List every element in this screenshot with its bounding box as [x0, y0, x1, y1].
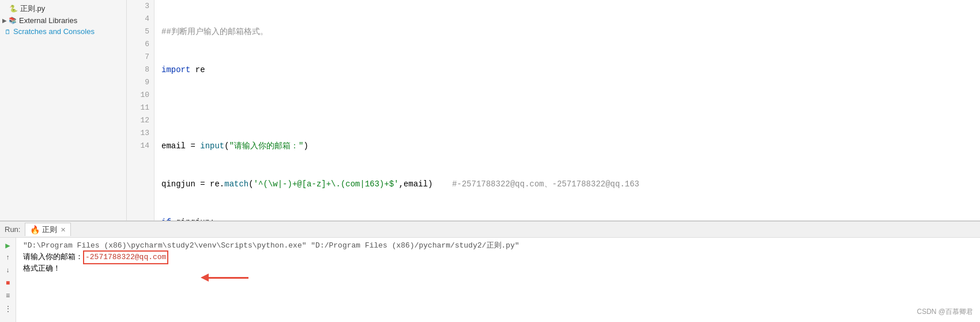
- run-stop-button[interactable]: ■: [3, 278, 13, 289]
- close-tab-icon[interactable]: ✕: [61, 226, 66, 234]
- run-wrap-button[interactable]: ≡: [3, 291, 13, 301]
- watermark: CSDN @百慕卿君: [917, 306, 973, 317]
- run-panel: Run: 🔥 正则 ✕ ▶ ↑ ↓ ■ ≡ ⋮ "D:\Program File…: [0, 221, 980, 322]
- output-result-line: 格式正确！: [23, 263, 973, 275]
- run-down-button[interactable]: ↓: [3, 265, 13, 276]
- run-output: "D:\Program Files (x86)\pycharm\study2\v…: [16, 238, 980, 322]
- line-numbers: 3 4 5 6 7 8 9 10 11 12 13 14: [127, 0, 154, 220]
- cmd-text: "D:\Program Files (x86)\pycharm\study2\v…: [23, 240, 519, 252]
- run-play-button[interactable]: ▶: [3, 240, 13, 250]
- code-line-8: if qingjun:: [161, 216, 980, 220]
- email-input-display: -2571788322@qq.com: [83, 250, 168, 264]
- output-cmd-line: "D:\Program Files (x86)\pycharm\study2\v…: [23, 240, 973, 252]
- run-label: Run:: [5, 225, 20, 234]
- sidebar-item-file[interactable]: 🐍 正则.py: [0, 2, 126, 15]
- prompt-text: 请输入你的邮箱：: [23, 252, 83, 263]
- run-controls: ▶ ↑ ↓ ■ ≡ ⋮: [0, 238, 16, 322]
- scratches-label: Scratches and Consoles: [13, 27, 95, 36]
- sidebar: 🐍 正则.py ▶ 📚 External Libraries 🗒 Scratch…: [0, 0, 127, 220]
- code-line-5: [161, 102, 980, 114]
- run-tab[interactable]: 🔥 正则 ✕: [25, 223, 71, 236]
- result-text: 格式正确！: [23, 263, 61, 275]
- arrow-body: [208, 277, 248, 279]
- code-line-3: ##判断用户输入的邮箱格式。: [161, 25, 980, 38]
- run-header: Run: 🔥 正则 ✕: [0, 222, 980, 238]
- code-line-6: email = input("请输入你的邮箱："): [161, 140, 980, 152]
- run-up-button[interactable]: ↑: [3, 253, 13, 263]
- arrow-head-icon: [201, 274, 209, 282]
- code-container[interactable]: 3 4 5 6 7 8 9 10 11 12 13 14 ##判断用户输入的邮箱…: [127, 0, 980, 220]
- file-label: 正则.py: [20, 3, 45, 14]
- library-icon: 📚: [9, 17, 17, 24]
- fire-icon: 🔥: [30, 225, 40, 234]
- editor-area: 3 4 5 6 7 8 9 10 11 12 13 14 ##判断用户输入的邮箱…: [127, 0, 980, 220]
- sidebar-item-scratches[interactable]: 🗒 Scratches and Consoles: [0, 26, 126, 37]
- output-prompt-line: 请输入你的邮箱： -2571788322@qq.com: [23, 252, 973, 263]
- run-tab-label: 正则: [42, 224, 57, 235]
- python-file-icon: 🐍: [9, 5, 18, 13]
- code-line-7: qingjun = re.match('^(\w|-)+@[a-z]+\.(co…: [161, 178, 980, 190]
- chevron-right-icon: ▶: [2, 17, 7, 24]
- run-more-button[interactable]: ⋮: [3, 304, 13, 314]
- run-body: ▶ ↑ ↓ ■ ≡ ⋮ "D:\Program Files (x86)\pych…: [0, 238, 980, 322]
- external-libraries-label: External Libraries: [19, 16, 77, 25]
- arrow-annotation: [201, 274, 248, 282]
- sidebar-item-external-libraries[interactable]: ▶ 📚 External Libraries: [0, 15, 126, 26]
- code-editor[interactable]: ##判断用户输入的邮箱格式。 import re email = input("…: [154, 0, 980, 220]
- scratches-icon: 🗒: [5, 28, 11, 35]
- code-line-4: import re: [161, 63, 980, 76]
